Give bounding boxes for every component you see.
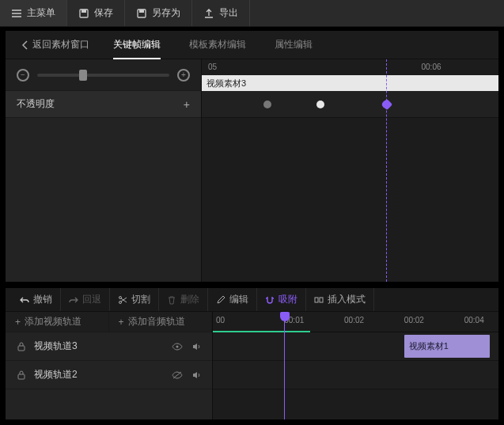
speaker-icon[interactable] bbox=[190, 340, 203, 353]
plus-icon: + bbox=[119, 317, 124, 328]
export-label: 导出 bbox=[219, 6, 238, 20]
zoom-slider-thumb[interactable] bbox=[79, 70, 87, 81]
track-name: 视频轨道2 bbox=[34, 368, 78, 381]
keyframe-ruler[interactable]: 05 00:06 视频素材3 bbox=[202, 59, 498, 91]
tab-template-asset-edit[interactable]: 模板素材编辑 bbox=[175, 31, 260, 59]
eye-off-icon[interactable] bbox=[171, 369, 184, 381]
svg-point-9 bbox=[176, 345, 179, 347]
insert-mode-button[interactable]: 插入模式 bbox=[306, 288, 374, 311]
main-menu-button[interactable]: 主菜单 bbox=[0, 0, 67, 26]
save-as-button[interactable]: 另存为 bbox=[125, 0, 192, 26]
zoom-out-button[interactable]: − bbox=[17, 69, 29, 82]
lock-icon[interactable] bbox=[15, 340, 28, 353]
track-header-video3[interactable]: 视频轨道3 bbox=[6, 332, 212, 361]
timeline-playhead[interactable] bbox=[284, 312, 285, 419]
add-keyframe-button[interactable]: + bbox=[184, 98, 190, 111]
keyframe-track[interactable] bbox=[202, 91, 498, 118]
property-label: 不透明度 bbox=[17, 97, 55, 111]
magnet-icon bbox=[265, 295, 275, 305]
keyframe-playhead[interactable] bbox=[386, 59, 387, 282]
track-lane-video3[interactable]: 视频素材1 bbox=[213, 332, 498, 361]
export-button[interactable]: 导出 bbox=[192, 0, 250, 26]
lock-icon[interactable] bbox=[15, 369, 28, 381]
zoom-slider[interactable] bbox=[37, 74, 169, 77]
keyframe-dot[interactable] bbox=[263, 101, 271, 108]
undo-button[interactable]: 撤销 bbox=[12, 288, 61, 311]
clip-label: 视频素材1 bbox=[409, 340, 449, 352]
scissors-icon bbox=[118, 295, 127, 305]
add-audio-track-button[interactable]: + 添加音频轨道 bbox=[109, 312, 213, 332]
pencil-icon bbox=[216, 295, 225, 305]
export-icon bbox=[203, 8, 214, 19]
tab-keyframe-edit[interactable]: 关键帧编辑 bbox=[99, 31, 175, 59]
speaker-icon[interactable] bbox=[190, 369, 203, 381]
keyframe-dot[interactable] bbox=[316, 101, 324, 108]
back-to-assets-button[interactable]: 返回素材窗口 bbox=[12, 38, 99, 51]
snap-button[interactable]: 吸附 bbox=[257, 288, 306, 311]
zoom-in-button[interactable]: + bbox=[177, 69, 190, 82]
clip-bar[interactable]: 视频素材3 bbox=[202, 75, 498, 91]
svg-rect-1 bbox=[81, 9, 86, 13]
save-label: 保存 bbox=[94, 6, 113, 20]
ruler-tick: 00:06 bbox=[422, 63, 441, 71]
hamburger-icon bbox=[11, 8, 22, 19]
cut-button[interactable]: 切割 bbox=[110, 288, 159, 311]
redo-button[interactable]: 回退 bbox=[61, 288, 110, 311]
clip-label: 视频素材3 bbox=[207, 78, 246, 89]
eye-icon[interactable] bbox=[171, 340, 184, 353]
undo-icon bbox=[20, 295, 29, 305]
save-icon bbox=[78, 8, 89, 19]
track-header-video2[interactable]: 视频轨道2 bbox=[6, 361, 212, 389]
save-as-icon bbox=[136, 8, 147, 19]
add-video-track-button[interactable]: + 添加视频轨道 bbox=[6, 312, 109, 332]
chevron-left-icon bbox=[21, 40, 29, 50]
insert-icon bbox=[314, 295, 324, 305]
delete-button[interactable]: 删除 bbox=[159, 288, 208, 311]
trash-icon bbox=[167, 295, 176, 305]
redo-icon bbox=[69, 295, 78, 305]
tab-property-edit[interactable]: 属性编辑 bbox=[260, 31, 327, 59]
timeline-clip[interactable]: 视频素材1 bbox=[404, 335, 490, 358]
timeline-ruler[interactable]: 00 00:01 00:02 00:02 00:04 bbox=[213, 312, 498, 332]
svg-rect-7 bbox=[320, 298, 323, 302]
svg-rect-6 bbox=[315, 298, 318, 302]
save-as-label: 另存为 bbox=[152, 6, 180, 20]
plus-icon: + bbox=[15, 317, 21, 328]
back-label: 返回素材窗口 bbox=[32, 38, 89, 51]
save-button[interactable]: 保存 bbox=[67, 0, 125, 26]
ruler-tick: 05 bbox=[208, 63, 217, 71]
property-row-opacity[interactable]: 不透明度 + bbox=[6, 91, 201, 118]
track-name: 视频轨道3 bbox=[34, 340, 78, 353]
svg-rect-10 bbox=[18, 374, 25, 379]
main-menu-label: 主菜单 bbox=[27, 6, 55, 20]
svg-rect-3 bbox=[139, 9, 144, 13]
edit-button[interactable]: 编辑 bbox=[208, 288, 257, 311]
track-lane-video2[interactable] bbox=[213, 361, 498, 389]
svg-rect-8 bbox=[18, 346, 25, 351]
